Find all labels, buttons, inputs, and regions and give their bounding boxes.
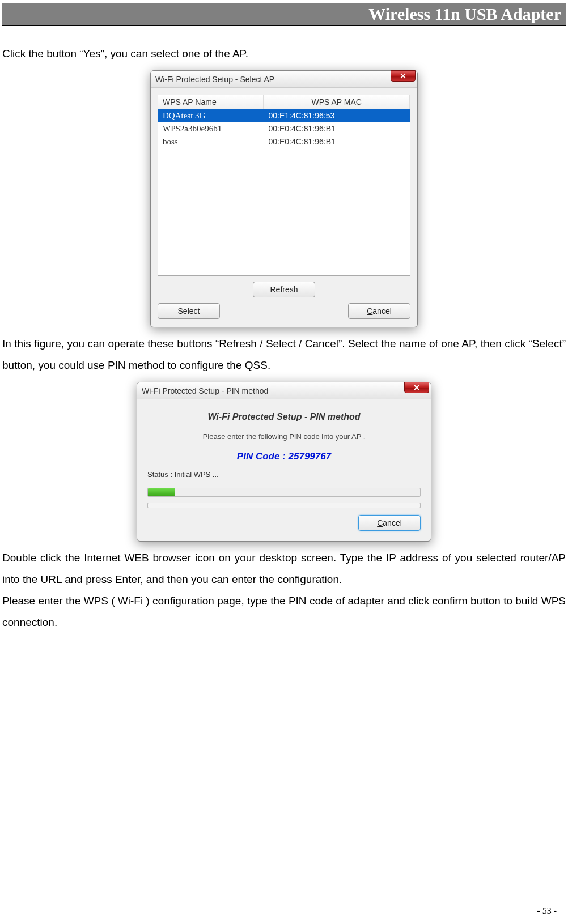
pin-method-dialog: Wi-Fi Protected Setup - PIN method Wi-Fi… [137,382,431,542]
pin-status: Status : Initial WPS ... [147,470,421,479]
select-ap-dialog: Wi-Fi Protected Setup - Select AP WPS AP… [150,70,418,327]
page-number: - 53 - [537,906,557,916]
paragraph-3: Double click the Internet WEB browser ic… [0,547,568,590]
paragraph-2: In this figure, you can operate these bu… [0,333,568,376]
table-row[interactable]: boss00:E0:4C:81:96:B1 [158,135,410,148]
table-row[interactable]: WPS2a3b0e96b100:E0:4C:81:96:B1 [158,122,410,135]
ap-list[interactable]: WPS AP Name WPS AP MAC DQAtest 3G00:E1:4… [158,95,410,276]
refresh-button[interactable]: Refresh [253,282,315,297]
select-ap-titlebar: Wi-Fi Protected Setup - Select AP [151,71,417,88]
cancel-button[interactable]: Cancel [358,515,421,531]
pin-dialog-titlebar: Wi-Fi Protected Setup - PIN method [137,382,431,399]
ap-name-cell: boss [158,135,264,148]
paragraph-4: Please enter the WPS ( Wi-Fi ) configura… [0,590,568,633]
cancel-button[interactable]: Cancel [348,303,410,319]
table-row[interactable]: DQAtest 3G00:E1:4C:81:96:53 [158,109,410,122]
header-divider [2,25,566,26]
ap-mac-cell: 00:E1:4C:81:96:53 [264,109,410,122]
progress-track [147,503,421,508]
paragraph-1: Click the button “Yes”, you can select o… [0,43,568,65]
col-header-mac[interactable]: WPS AP MAC [264,95,410,109]
select-button[interactable]: Select [158,303,220,319]
close-icon[interactable] [391,70,416,82]
ap-name-cell: WPS2a3b0e96b1 [158,122,264,135]
pin-dialog-title: Wi-Fi Protected Setup - PIN method [142,386,268,395]
progress-bar [147,488,421,497]
select-ap-title: Wi-Fi Protected Setup - Select AP [155,75,274,84]
pin-subtitle: Wi-Fi Protected Setup - PIN method [147,412,421,422]
ap-name-cell: DQAtest 3G [158,109,264,122]
close-icon[interactable] [404,382,429,393]
pin-instruction: Please enter the following PIN code into… [147,432,421,441]
col-header-name[interactable]: WPS AP Name [158,95,264,109]
ap-mac-cell: 00:E0:4C:81:96:B1 [264,122,410,135]
document-header: Wireless 11n USB Adapter [2,3,566,25]
pin-code: PIN Code : 25799767 [147,451,421,462]
ap-mac-cell: 00:E0:4C:81:96:B1 [264,135,410,148]
